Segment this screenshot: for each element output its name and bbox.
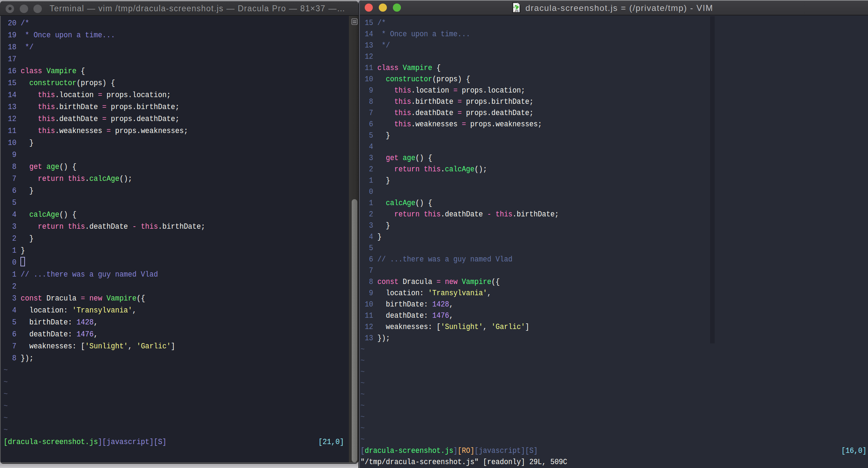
svg-text:JS: JS [515, 9, 519, 13]
